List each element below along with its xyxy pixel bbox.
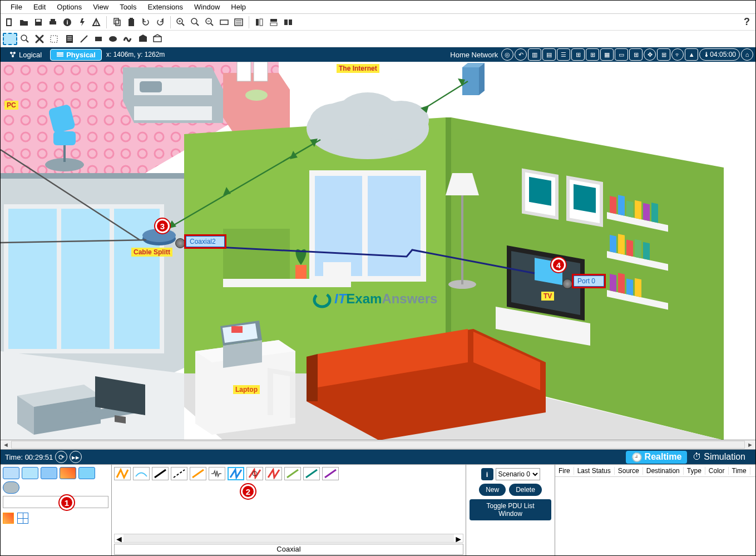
cable-auto[interactable] [114, 467, 131, 480]
redo-icon[interactable] [154, 16, 167, 29]
ellipse-shape-icon[interactable] [106, 32, 120, 46]
environment-clock[interactable]: 🌡04:05:00 [699, 48, 740, 61]
logical-tab[interactable]: Logical [3, 49, 48, 61]
delete-icon[interactable] [33, 32, 46, 46]
nav-generic-icon[interactable]: ▭ [615, 48, 628, 61]
cable-hscroll[interactable]: ◄► [114, 534, 463, 543]
new-file-icon[interactable] [3, 16, 16, 29]
col-type[interactable]: Type [684, 467, 705, 475]
simulation-mode-tab[interactable]: ⏱ Simulation [687, 451, 751, 463]
complex-pdu-icon[interactable] [151, 32, 164, 46]
nav-table-icon[interactable]: ▦ [600, 48, 614, 61]
cable-coaxial[interactable] [228, 467, 244, 480]
nav-wifi-icon[interactable]: ᯤ [671, 48, 684, 61]
nav-add-closet-icon[interactable]: ⊞ [586, 48, 599, 61]
col-destination[interactable]: Destination [643, 467, 684, 475]
grid-subcategory-icon[interactable] [17, 513, 28, 524]
panel2-icon[interactable] [267, 16, 280, 29]
tv-port-node[interactable] [562, 279, 572, 289]
nav-add-building-icon[interactable]: ⊞ [571, 48, 585, 61]
col-last-status[interactable]: Last Status [574, 467, 615, 475]
device-cat-components[interactable] [41, 467, 57, 479]
menu-edit[interactable]: Edit [28, 2, 51, 12]
paste-icon[interactable] [125, 16, 138, 29]
open-folder-icon[interactable] [17, 16, 31, 29]
nav-closet-icon[interactable]: ▤ [542, 48, 556, 61]
nav-grid-icon[interactable]: ⊞ [629, 48, 643, 61]
menu-tools[interactable]: Tools [114, 2, 142, 12]
menu-options[interactable]: Options [51, 2, 87, 12]
cable-serial-dce[interactable] [246, 467, 263, 480]
select-tool-icon[interactable] [3, 33, 17, 45]
device-search-input[interactable] [3, 496, 108, 508]
zoom-reset-icon[interactable] [189, 16, 202, 29]
cable-usb[interactable] [322, 467, 339, 480]
scenario-select[interactable]: Scenario 0 [496, 468, 540, 480]
cable-phone[interactable] [209, 467, 225, 480]
nav-home-icon[interactable]: ⌂ [741, 48, 753, 61]
device-cat-multiuser[interactable] [3, 481, 19, 494]
undo-icon[interactable] [139, 16, 152, 29]
scenario-info-icon[interactable]: i [481, 468, 493, 480]
nav-back-icon[interactable]: ↶ [515, 48, 527, 61]
cable-serial-dte[interactable] [265, 467, 282, 480]
line-icon[interactable] [77, 32, 91, 46]
zoom-out-icon[interactable] [203, 16, 216, 29]
rect-shape-icon[interactable] [92, 32, 105, 46]
power-cycle-icon[interactable]: ⟳ [55, 451, 67, 463]
copy-icon[interactable] [110, 16, 123, 29]
device-cat-misc[interactable] [78, 467, 95, 479]
menu-help[interactable]: Help [225, 2, 251, 12]
save-icon[interactable] [32, 16, 45, 29]
menu-file[interactable]: File [5, 2, 28, 12]
physical-tab[interactable]: Physical [50, 49, 102, 61]
new-scenario-button[interactable]: New [479, 484, 506, 496]
simple-pdu-icon[interactable] [136, 32, 150, 46]
device-cat-end[interactable] [22, 467, 38, 479]
survey-icon[interactable] [90, 16, 103, 29]
activity-wizard-icon[interactable] [75, 16, 88, 29]
draw-rect-icon[interactable] [218, 16, 231, 29]
zoom-in-icon[interactable] [174, 16, 187, 29]
cable-iot[interactable] [303, 467, 320, 480]
workspace-canvas[interactable]: The Internet PC Cable Splitt TV Laptop C… [1, 62, 755, 440]
note-icon[interactable] [63, 32, 76, 46]
fast-forward-icon[interactable]: ▸▸ [70, 451, 82, 463]
cable-straight[interactable] [152, 467, 169, 480]
nav-move-icon[interactable]: ✥ [644, 48, 656, 61]
nav-compass-icon[interactable]: ◎ [501, 48, 513, 61]
freeform-icon[interactable] [121, 32, 134, 46]
cable-octal[interactable] [284, 467, 301, 480]
nav-building-icon[interactable]: ▥ [528, 48, 541, 61]
delete-scenario-button[interactable]: Delete [509, 484, 542, 496]
panel1-icon[interactable] [253, 16, 266, 29]
connections-subcategory-icon[interactable] [3, 513, 14, 524]
menu-view[interactable]: View [87, 2, 114, 12]
cable-console[interactable] [133, 467, 150, 480]
splitter-port-node[interactable] [175, 238, 185, 248]
info-icon[interactable]: i [61, 16, 74, 29]
help-icon[interactable]: ? [744, 16, 750, 28]
resize-icon[interactable] [47, 32, 61, 46]
realtime-mode-tab[interactable]: 🕘 Realtime [626, 451, 688, 464]
inspect-icon[interactable] [18, 32, 32, 46]
device-cat-network[interactable] [3, 467, 19, 479]
nav-layout-icon[interactable]: ⊞ [657, 48, 670, 61]
nav-rack-icon[interactable]: ☰ [557, 48, 570, 61]
device-cat-connections[interactable] [60, 467, 76, 479]
panel3-icon[interactable] [281, 16, 295, 29]
toggle-pdu-button[interactable]: Toggle PDU List Window [470, 499, 551, 520]
workspace-hscroll[interactable]: ◄► [1, 440, 755, 450]
col-color[interactable]: Color [705, 467, 729, 475]
cable-cross[interactable] [171, 467, 187, 480]
print-icon[interactable] [46, 16, 60, 29]
marker-4: 4 [551, 258, 566, 272]
cable-fiber[interactable] [190, 467, 206, 480]
menu-window[interactable]: Window [189, 2, 225, 12]
nav-image-icon[interactable]: ▲ [685, 48, 698, 61]
col-source[interactable]: Source [615, 467, 643, 475]
col-time[interactable]: Time [729, 467, 750, 475]
menu-extensions[interactable]: Extensions [142, 2, 189, 12]
draw-list-icon[interactable] [232, 16, 245, 29]
col-fire[interactable]: Fire [555, 467, 574, 475]
